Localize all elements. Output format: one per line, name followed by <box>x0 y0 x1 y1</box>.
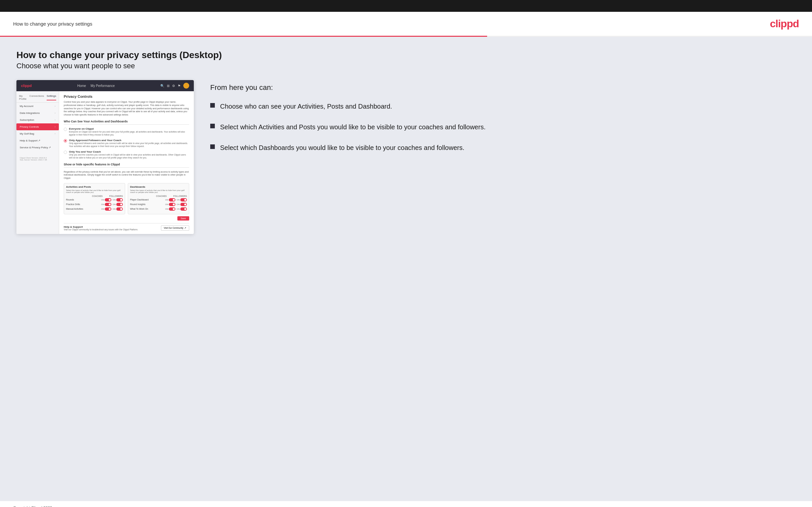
rounds-coaches-pill[interactable] <box>105 198 111 202</box>
activities-card: Activities and Posts Select the types of… <box>64 183 125 214</box>
external-link-icon: ↗ <box>184 227 186 229</box>
visit-community-button[interactable]: Visit Our Community ↗ <box>161 225 189 231</box>
sidebar-tab-profile[interactable]: My Profile <box>19 95 27 100</box>
activities-toggle-headers: COACHES FOLLOWERS <box>66 195 123 197</box>
bullet-item-1: Choose who can see your Activities, Post… <box>210 102 796 111</box>
radio-group: Everyone on Clippd Everyone on Clippd ca… <box>64 127 189 160</box>
dashboards-card: Dashboards Select the types of activity … <box>128 183 189 214</box>
rounds-followers-pill[interactable] <box>116 198 123 202</box>
drills-followers-pill[interactable] <box>116 203 123 206</box>
manual-coaches-pill[interactable] <box>105 208 111 211</box>
sidebar-item-account[interactable]: My Account › <box>16 103 59 110</box>
radio-button-everyone[interactable] <box>64 128 67 131</box>
drills-coaches-toggle[interactable]: ON <box>101 203 111 206</box>
manual-label: Manual Activities <box>66 208 83 210</box>
round-insights-toggles: ON ON <box>165 203 187 206</box>
features-description: Regardless of the privacy controls that … <box>64 170 189 180</box>
round-insights-followers-toggle[interactable]: ON <box>177 203 187 206</box>
avatar <box>183 83 189 89</box>
what-to-work-followers-toggle[interactable]: ON <box>177 208 187 211</box>
rounds-label: Rounds <box>66 199 74 201</box>
manual-followers-toggle[interactable]: ON <box>113 208 123 211</box>
bullet-square-3 <box>210 145 215 149</box>
radio-desc-coach-only: Only you and the coaches you connect wit… <box>69 153 189 159</box>
player-dash-coaches-toggle[interactable]: ON <box>165 198 175 202</box>
sidebar-label-golfbag: My Golf Bag <box>20 132 34 135</box>
player-dash-followers-pill[interactable] <box>180 198 187 202</box>
radio-item-everyone[interactable]: Everyone on Clippd Everyone on Clippd ca… <box>64 127 189 136</box>
round-insights-coaches-toggle[interactable]: ON <box>165 203 175 206</box>
drills-coaches-pill[interactable] <box>105 203 111 206</box>
sidebar-tabs: My Profile Connections Settings <box>16 95 59 103</box>
radio-button-coach-only[interactable] <box>64 151 67 154</box>
drills-toggle-row: Practice Drills ON ON <box>66 203 123 206</box>
top-bar <box>0 0 812 12</box>
player-dash-coaches-pill[interactable] <box>169 198 175 202</box>
features-grid: Activities and Posts Select the types of… <box>64 183 189 214</box>
dashboards-card-desc: Select the types of activity that you'd … <box>130 189 187 193</box>
player-dash-followers-toggle[interactable]: ON <box>177 198 187 202</box>
radio-label-everyone: Everyone on Clippd <box>69 127 189 130</box>
from-here-title: From here you can: <box>210 83 796 92</box>
manual-coaches-toggle[interactable]: ON <box>101 208 111 211</box>
logo: clippd <box>770 18 799 30</box>
sidebar-item-golfbag[interactable]: My Golf Bag › <box>16 130 59 137</box>
round-insights-followers-pill[interactable] <box>180 203 187 206</box>
chevron-icon: › <box>55 105 55 108</box>
radio-item-coach-only[interactable]: Only You and Your Coach Only you and the… <box>64 150 189 159</box>
sidebar-item-service[interactable]: Service & Privacy Policy ↗ <box>16 144 59 151</box>
sidebar-label-subscription: Subscription <box>20 118 34 121</box>
rounds-coaches-toggle[interactable]: ON <box>101 198 111 202</box>
bullet-square-2 <box>210 124 215 128</box>
sidebar-item-subscription[interactable]: Subscription › <box>16 116 59 123</box>
dash-followers-header: FOLLOWERS <box>173 195 187 197</box>
footer-text: Copyright Clippd 2022 <box>13 506 52 507</box>
sidebar-item-data[interactable]: Data Integrations › <box>16 110 59 116</box>
features-section-header: Show or hide specific features in Clippd <box>64 163 189 168</box>
manual-toggles: ON ON <box>101 208 123 211</box>
what-to-work-row: What To Work On ON ON <box>130 208 187 211</box>
save-button[interactable]: Save <box>177 216 189 221</box>
panel-title: Privacy Controls <box>64 95 189 99</box>
right-column: From here you can: Choose who can see yo… <box>210 80 796 152</box>
what-to-work-followers-pill[interactable] <box>180 208 187 211</box>
save-row: Save <box>64 216 189 221</box>
app-sidebar: My Profile Connections Settings My Accou… <box>16 91 59 234</box>
bullet-text-2: Select which Activities and Posts you wo… <box>220 122 486 131</box>
player-dash-row: Player Dashboard ON ON <box>130 198 187 202</box>
sidebar-tab-settings[interactable]: Settings <box>47 95 56 100</box>
bullet-text-3: Select which Dashboards you would like t… <box>220 143 464 152</box>
bullet-item-3: Select which Dashboards you would like t… <box>210 143 796 152</box>
sidebar-item-privacy[interactable]: Privacy Controls › <box>16 123 59 130</box>
sidebar-label-service: Service & Privacy Policy ↗ <box>20 146 51 149</box>
header: How to change your privacy settings clip… <box>0 12 812 36</box>
help-title: Help & Support <box>64 225 138 228</box>
sidebar-version: Clippd Client Version: 2022.8.2SQL Serve… <box>16 154 59 163</box>
rounds-followers-toggle[interactable]: ON <box>113 198 123 202</box>
app-nav-bar: clippd Home My Performance 🔍 ⊞ ⚙ ⚑ <box>16 80 194 91</box>
activities-card-desc: Select the types of activity that you'd … <box>66 189 123 193</box>
app-nav-icons: 🔍 ⊞ ⚙ ⚑ <box>160 83 189 89</box>
radio-button-followers[interactable] <box>64 139 67 143</box>
app-nav-links: Home My Performance <box>77 84 115 88</box>
manual-followers-pill[interactable] <box>116 208 123 211</box>
nav-link-performance: My Performance <box>91 84 115 88</box>
bullet-item-2: Select which Activities and Posts you wo… <box>210 122 796 131</box>
sidebar-label-data: Data Integrations <box>20 112 40 115</box>
radio-label-coach-only: Only You and Your Coach <box>69 150 189 153</box>
drills-followers-toggle[interactable]: ON <box>113 203 123 206</box>
followers-header: FOLLOWERS <box>109 195 123 197</box>
sidebar-label-account: My Account <box>20 105 33 108</box>
radio-desc-followers: Only approved followers and coaches you … <box>69 142 189 148</box>
sidebar-item-help[interactable]: Help & Support ↗ <box>16 137 59 144</box>
what-to-work-coaches-toggle[interactable]: ON <box>165 208 175 211</box>
radio-item-followers[interactable]: Only Approved Followers and Your Coach O… <box>64 139 189 148</box>
grid-icon: ⊞ <box>167 84 169 88</box>
visit-community-label: Visit Our Community <box>164 227 183 229</box>
chevron-icon: › <box>55 112 55 115</box>
what-to-work-coaches-pill[interactable] <box>169 208 175 211</box>
round-insights-row: Round Insights ON ON <box>130 203 187 206</box>
round-insights-coaches-pill[interactable] <box>169 203 175 206</box>
sidebar-tab-connections[interactable]: Connections <box>30 95 44 100</box>
screenshot-mockup: clippd Home My Performance 🔍 ⊞ ⚙ ⚑ <box>16 80 194 234</box>
